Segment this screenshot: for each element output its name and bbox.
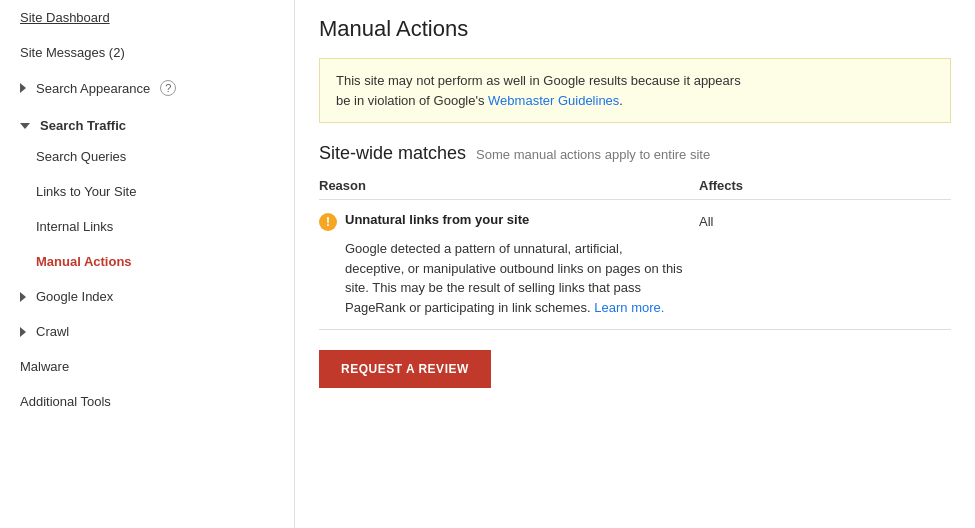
sidebar-item-label: Search Queries [36,149,126,164]
section-title-container: Site-wide matches Some manual actions ap… [319,143,951,164]
help-icon[interactable]: ? [160,80,176,96]
warning-text-part2: be in violation of Google's [336,93,488,108]
sidebar-item-site-messages[interactable]: Site Messages (2) [0,35,294,70]
sidebar-item-label: Search Appearance [36,81,150,96]
section-title: Site-wide matches [319,143,466,164]
warning-text-part3: . [619,93,623,108]
sidebar-item-label: Links to Your Site [36,184,136,199]
sidebar-item-label: Site Dashboard [20,10,110,25]
page-title: Manual Actions [319,16,951,42]
reason-cell: ! Unnatural links from your site Google … [319,212,699,317]
sidebar-item-google-index[interactable]: Google Index [0,279,294,314]
sidebar-item-search-traffic[interactable]: Search Traffic [0,106,294,139]
reason-title-row: ! Unnatural links from your site [319,212,683,231]
affects-cell: All [699,212,951,317]
sidebar-item-label: Search Traffic [40,118,126,133]
reason-title: Unnatural links from your site [345,212,529,227]
sidebar-item-search-queries[interactable]: Search Queries [0,139,294,174]
arrow-right-icon [20,292,26,302]
sidebar-item-label: Google Index [36,289,113,304]
sidebar-item-label: Internal Links [36,219,113,234]
sidebar-item-internal-links[interactable]: Internal Links [0,209,294,244]
sidebar-item-links-to-site[interactable]: Links to Your Site [0,174,294,209]
sidebar-item-label: Crawl [36,324,69,339]
main-content: Manual Actions This site may not perform… [295,0,975,528]
sidebar-item-crawl[interactable]: Crawl [0,314,294,349]
col-reason-header: Reason [319,178,699,193]
sidebar-item-malware[interactable]: Malware [0,349,294,384]
warning-circle-icon: ! [319,213,337,231]
sidebar-item-label: Site Messages (2) [20,45,125,60]
sidebar-item-additional-tools[interactable]: Additional Tools [0,384,294,419]
section-subtitle: Some manual actions apply to entire site [476,147,710,162]
sidebar-item-label: Additional Tools [20,394,111,409]
request-review-button[interactable]: REQUEST A REVIEW [319,350,491,388]
table-row: ! Unnatural links from your site Google … [319,200,951,330]
arrow-down-icon [20,123,30,129]
sidebar-item-label: Manual Actions [36,254,132,269]
warning-box: This site may not perform as well in Goo… [319,58,951,123]
sidebar-item-site-dashboard[interactable]: Site Dashboard [0,0,294,35]
webmaster-guidelines-link[interactable]: Webmaster Guidelines [488,93,619,108]
col-affects-header: Affects [699,178,951,193]
warning-text-part1: This site may not perform as well in Goo… [336,73,741,88]
arrow-right-icon [20,83,26,93]
sidebar: Site Dashboard Site Messages (2) Search … [0,0,295,528]
sidebar-item-manual-actions[interactable]: Manual Actions [0,244,294,279]
learn-more-link[interactable]: Learn more. [594,300,664,315]
sidebar-item-label: Malware [20,359,69,374]
reason-body: Google detected a pattern of unnatural, … [319,239,683,317]
table-header: Reason Affects [319,172,951,200]
sidebar-item-search-appearance[interactable]: Search Appearance ? [0,70,294,106]
arrow-right-icon [20,327,26,337]
